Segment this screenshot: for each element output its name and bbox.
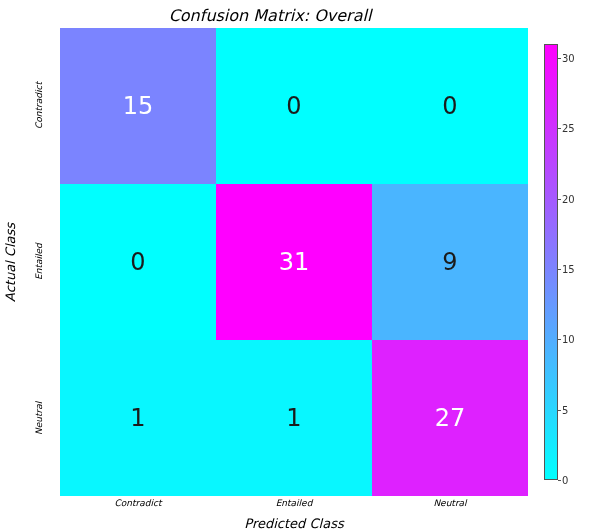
y-tick-0: Contradict xyxy=(22,28,56,184)
colorbar xyxy=(544,44,558,480)
colorbar-tick-label: 30 xyxy=(562,53,586,64)
cell-value: 9 xyxy=(442,248,457,276)
colorbar-tick-mark xyxy=(558,339,561,340)
colorbar-tick-label: 25 xyxy=(562,123,586,134)
colorbar-tick-mark xyxy=(558,128,561,129)
colorbar-tick-mark xyxy=(558,199,561,200)
cell-0-0: 15 xyxy=(60,28,216,184)
y-axis-label: Actual Class xyxy=(2,28,18,496)
cell-0-2: 0 xyxy=(372,28,528,184)
cell-value: 1 xyxy=(130,404,145,432)
colorbar-tick-label: 15 xyxy=(562,264,586,275)
cell-value: 31 xyxy=(279,248,310,276)
cell-1-1: 31 xyxy=(216,184,372,340)
colorbar-tick-label: 10 xyxy=(562,334,586,345)
heatmap-grid: 15 0 0 0 31 9 1 1 27 xyxy=(60,28,528,496)
colorbar-tick-mark xyxy=(558,269,561,270)
cell-0-1: 0 xyxy=(216,28,372,184)
cell-1-2: 9 xyxy=(372,184,528,340)
colorbar-tick-mark xyxy=(558,410,561,411)
x-tick-0: Contradict xyxy=(60,498,216,508)
x-tick-2: Neutral xyxy=(372,498,528,508)
cell-2-0: 1 xyxy=(60,340,216,496)
cell-value: 15 xyxy=(123,92,154,120)
x-tick-1: Entailed xyxy=(216,498,372,508)
y-tick-2: Neutral xyxy=(22,340,56,496)
cell-value: 0 xyxy=(130,248,145,276)
y-tick-1: Entailed xyxy=(22,184,56,340)
colorbar-tick-mark xyxy=(558,480,561,481)
chart-title: Confusion Matrix: Overall xyxy=(0,6,540,25)
cell-2-1: 1 xyxy=(216,340,372,496)
colorbar-tick-label: 5 xyxy=(562,404,586,415)
colorbar-tick-mark xyxy=(558,58,561,59)
colorbar-tick-label: 0 xyxy=(562,475,586,486)
cell-2-2: 27 xyxy=(372,340,528,496)
cell-1-0: 0 xyxy=(60,184,216,340)
x-axis-label: Predicted Class xyxy=(60,516,528,531)
cell-value: 0 xyxy=(442,92,457,120)
colorbar-tick-label: 20 xyxy=(562,193,586,204)
cell-value: 1 xyxy=(286,404,301,432)
cell-value: 0 xyxy=(286,92,301,120)
cell-value: 27 xyxy=(435,404,466,432)
